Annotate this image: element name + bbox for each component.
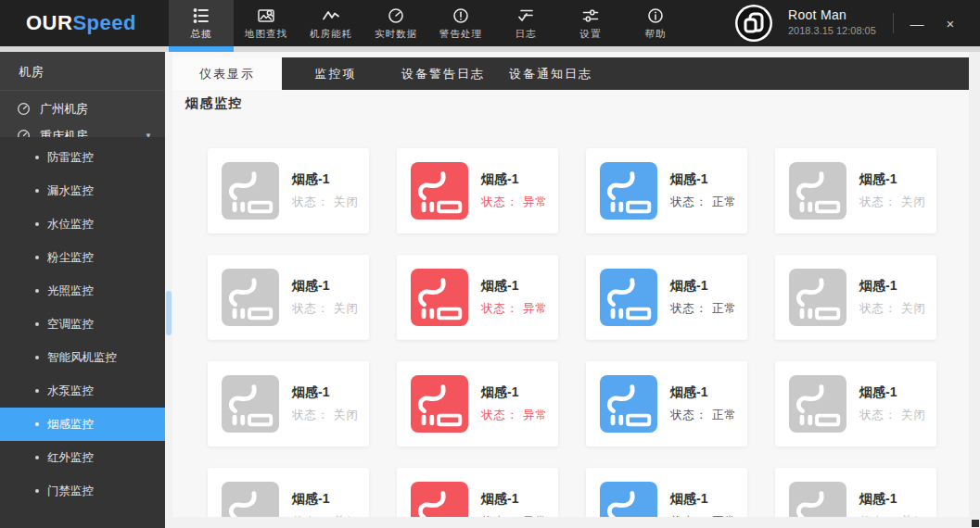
device-card[interactable]: 烟感-1 状态： 关闭	[775, 361, 936, 446]
tab-bar-filler	[605, 57, 969, 90]
sidebar-monitor-item[interactable]: 光照监控	[0, 274, 165, 308]
device-card-text: 烟感-1 状态： 关闭	[292, 278, 359, 317]
device-card[interactable]: 烟感-1 状态： 关闭	[208, 361, 369, 446]
energy-chart-icon	[322, 6, 340, 25]
device-card[interactable]: 烟感-1 状态： 异常	[397, 255, 558, 340]
device-name: 烟感-1	[481, 384, 548, 401]
topnav-item[interactable]: 设置	[558, 0, 623, 46]
status-value: 异常	[523, 302, 548, 315]
topbar-underline	[0, 46, 980, 52]
device-card[interactable]: 烟感-1 状态： 关闭	[208, 148, 369, 233]
device-name: 烟感-1	[859, 384, 926, 401]
sidebar-monitor-item[interactable]: 红外监控	[0, 441, 165, 474]
device-card-text: 烟感-1 状态： 正常	[670, 171, 737, 210]
device-status: 状态： 关闭	[292, 301, 359, 317]
sidebar-scrollbar-track[interactable]	[165, 52, 172, 528]
device-name: 烟感-1	[670, 384, 737, 401]
device-card[interactable]: 烟感-1 状态： 关闭	[775, 255, 936, 340]
logo-text-secondary: Speed	[72, 11, 136, 34]
main-content: 仪表显示 监控项 设备警告日志 设备通知日志 烟感监控 烟感-1 状态： 关闭 …	[172, 52, 980, 528]
topnav-item[interactable]: 实时数据	[363, 0, 428, 46]
topnav-item[interactable]: 机房能耗	[299, 0, 363, 46]
device-status: 状态： 异常	[481, 301, 548, 317]
device-card[interactable]: 烟感-1 状态： 异常	[397, 148, 558, 233]
sidebar-monitor-item[interactable]: 水泵监控	[0, 374, 165, 408]
topnav-item[interactable]: 地图查找	[234, 0, 299, 46]
status-label: 状态：	[481, 302, 519, 315]
bullet-icon	[35, 356, 39, 359]
bullet-icon	[35, 489, 39, 493]
sidebar-room-guangzhou[interactable]: 广州机房	[0, 95, 165, 122]
sidebar-monitor-item[interactable]: 智能风机监控	[0, 341, 165, 374]
status-label: 状态：	[481, 409, 519, 421]
user-name: Root Man	[788, 7, 846, 22]
topnav-item[interactable]: 警告处理	[428, 0, 493, 46]
smoke-sensor-icon	[789, 375, 846, 433]
horizontal-scrollbar[interactable]	[165, 517, 980, 528]
device-name: 烟感-1	[481, 171, 548, 188]
status-label: 状态：	[859, 302, 897, 315]
sidebar-monitor-item[interactable]: 防雷监控	[0, 141, 165, 174]
status-label: 状态：	[670, 409, 708, 421]
device-name: 烟感-1	[670, 171, 737, 188]
sidebar-monitor-item[interactable]: 漏水监控	[0, 174, 165, 207]
topnav-item[interactable]: 帮助	[623, 0, 688, 46]
status-label: 状态：	[292, 195, 330, 208]
status-value: 异常	[523, 409, 548, 421]
minimize-button[interactable]: —	[901, 0, 933, 46]
bullet-icon	[35, 222, 39, 226]
room-label: 广州机房	[40, 101, 88, 118]
device-card[interactable]: 烟感-1 状态： 异常	[397, 361, 558, 446]
sidebar-monitor-item[interactable]: 空调监控	[0, 308, 165, 341]
device-name: 烟感-1	[859, 491, 926, 508]
device-card[interactable]: 烟感-1 状态： 关闭	[775, 148, 936, 233]
device-card-text: 烟感-1 状态： 正常	[670, 384, 737, 423]
sidebar-monitor-item[interactable]: 粉尘监控	[0, 241, 165, 274]
gauge-icon	[17, 102, 31, 116]
list-icon	[192, 6, 210, 25]
status-value: 关闭	[334, 302, 359, 315]
device-card[interactable]: 烟感-1 状态： 正常	[586, 148, 747, 233]
bullet-icon	[35, 256, 39, 259]
device-card[interactable]: 烟感-1 状态： 正常	[586, 255, 747, 340]
smoke-sensor-icon	[600, 375, 657, 433]
device-card-text: 烟感-1 状态： 异常	[481, 384, 548, 423]
status-value: 关闭	[901, 302, 926, 315]
status-value: 异常	[523, 195, 548, 208]
device-status: 状态： 异常	[481, 195, 548, 210]
help-icon	[646, 6, 665, 25]
right-gutter	[969, 52, 980, 528]
topnav-item[interactable]: 总揽	[169, 0, 234, 46]
topnav-item[interactable]: 日志	[493, 0, 558, 46]
sidebar-scrollbar-thumb[interactable]	[166, 291, 172, 335]
sidebar-monitor-item-label: 光照监控	[47, 283, 94, 299]
topnav-item-label: 地图查找	[245, 28, 287, 41]
bullet-icon	[35, 289, 39, 293]
tab-bar: 仪表显示 监控项 设备警告日志 设备通知日志	[172, 57, 969, 90]
avatar[interactable]	[735, 5, 772, 42]
close-button[interactable]: ×	[935, 0, 966, 46]
topnav-item-label: 设置	[580, 28, 602, 41]
status-value: 正常	[712, 195, 737, 208]
smoke-sensor-icon	[789, 269, 846, 326]
tab[interactable]: 监控项	[282, 57, 389, 90]
device-status: 状态： 关闭	[292, 408, 359, 423]
sidebar-monitor-item[interactable]: 门禁监控	[0, 474, 165, 508]
tabs: 仪表显示 监控项 设备警告日志 设备通知日志	[172, 57, 605, 90]
bullet-icon	[35, 156, 39, 159]
device-name: 烟感-1	[292, 171, 359, 188]
smoke-sensor-icon	[411, 269, 468, 326]
tab[interactable]: 设备通知日志	[497, 57, 605, 90]
device-card[interactable]: 烟感-1 状态： 正常	[586, 361, 747, 446]
bullet-icon	[35, 322, 39, 326]
alert-icon	[452, 6, 470, 25]
tab[interactable]: 仪表显示	[172, 57, 282, 90]
sidebar-monitor-item[interactable]: 烟感监控	[0, 408, 165, 441]
device-card[interactable]: 烟感-1 状态： 关闭	[208, 255, 369, 340]
sidebar-monitor-item[interactable]: 水位监控	[0, 207, 165, 241]
device-name: 烟感-1	[292, 278, 359, 295]
status-value: 正常	[712, 302, 737, 315]
status-label: 状态：	[670, 302, 708, 315]
tab[interactable]: 设备警告日志	[389, 57, 497, 90]
log-icon	[516, 6, 535, 25]
